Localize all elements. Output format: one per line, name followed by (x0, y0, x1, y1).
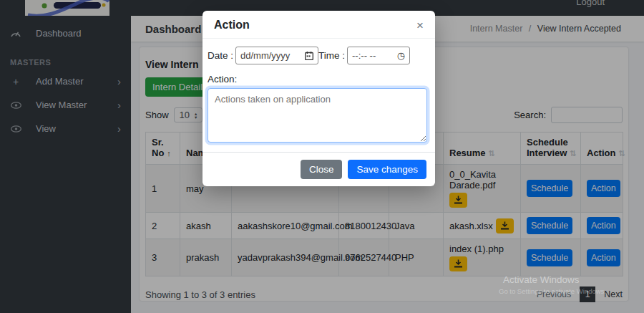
date-value: dd/mm/yyyy (240, 50, 290, 61)
date-label: Date : (208, 50, 233, 61)
date-input[interactable]: dd/mm/yyyy (235, 47, 318, 64)
action-textarea[interactable]: Actions taken on application (208, 88, 427, 143)
clock-icon: ◷ (397, 50, 405, 61)
save-changes-button[interactable]: Save changes (348, 160, 426, 179)
action-modal: Action × Date : dd/mm/yyyy Time : --:-- … (203, 11, 435, 186)
close-button[interactable]: Close (301, 160, 343, 179)
modal-body: Date : dd/mm/yyyy Time : --:-- -- ◷ Acti… (203, 39, 435, 143)
modal-header: Action × (203, 11, 435, 39)
date-time-row: Date : dd/mm/yyyy Time : --:-- -- ◷ (208, 47, 428, 64)
calendar-icon (305, 52, 313, 60)
close-icon[interactable]: × (416, 19, 424, 32)
time-input[interactable]: --:-- -- ◷ (347, 47, 410, 64)
time-label: Time : (318, 50, 345, 61)
action-label: Action: (208, 74, 428, 85)
application-window: Dashboard MASTERS + Add Master › View Ma… (0, 0, 644, 313)
modal-title: Action (214, 19, 250, 32)
time-value: --:-- -- (352, 50, 376, 61)
modal-footer: Close Save changes (203, 152, 435, 186)
